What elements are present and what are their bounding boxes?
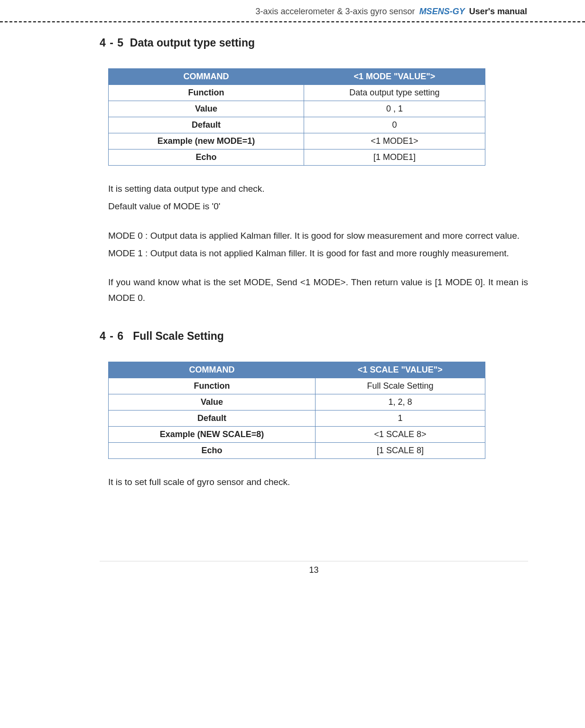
table-row: Default 0	[109, 117, 485, 133]
table-row: Example (NEW SCALE=8) <1 SCALE 8>	[109, 426, 485, 442]
row-label: Function	[109, 85, 304, 101]
row-label: Example (NEW SCALE=8)	[109, 426, 316, 442]
page-header: 3-axis accelerometer & 3-axis gyro senso…	[100, 7, 528, 17]
table-row: Example (new MODE=1) <1 MODE1>	[109, 133, 485, 149]
row-label: Default	[109, 410, 316, 426]
scale-table: COMMAND <1 SCALE "VALUE"> Function Full …	[108, 362, 485, 459]
row-label: Value	[109, 394, 316, 410]
row-value: 1	[315, 410, 485, 426]
section-4-5-body: It is setting data output type and check…	[108, 181, 528, 306]
row-value: <1 MODE1>	[304, 133, 485, 149]
header-manual-label: User's manual	[469, 7, 527, 16]
page: 3-axis accelerometer & 3-axis gyro senso…	[0, 0, 585, 589]
section-4-6-title: Full Scale Setting	[133, 330, 224, 342]
row-value: [1 MODE1]	[304, 149, 485, 166]
mode-command-table: COMMAND <1 MODE "VALUE"> Function Data o…	[108, 68, 485, 166]
row-value: [1 SCALE 8]	[315, 442, 485, 458]
table-row: Echo [1 SCALE 8]	[109, 442, 485, 458]
row-label: Default	[109, 117, 304, 133]
para-block: If you wand know what is the set MODE, S…	[108, 274, 528, 306]
row-value: 0 , 1	[304, 101, 485, 117]
section-4-6-body: It is to set full scale of gyro sensor a…	[108, 474, 528, 490]
row-value: 0	[304, 117, 485, 133]
table-row: Value 1, 2, 8	[109, 394, 485, 410]
header-command: COMMAND	[109, 362, 316, 378]
para-block: MODE 0 : Output data is applied Kalman f…	[108, 228, 528, 261]
row-value: <1 SCALE 8>	[315, 426, 485, 442]
para-block: It is to set full scale of gyro sensor a…	[108, 474, 528, 490]
row-label: Function	[109, 378, 316, 394]
section-4-6-heading: 4 - 6 Full Scale Setting	[100, 330, 528, 343]
paragraph: It is setting data output type and check…	[108, 181, 528, 196]
paragraph: It is to set full scale of gyro sensor a…	[108, 474, 528, 490]
paragraph: Default value of MODE is '0'	[108, 198, 528, 214]
table-header-row: COMMAND <1 MODE "VALUE">	[109, 69, 485, 85]
mode-table: COMMAND <1 MODE "VALUE"> Function Data o…	[108, 68, 485, 166]
footer-divider	[100, 561, 528, 561]
row-value: 1, 2, 8	[315, 394, 485, 410]
section-4-5-heading: 4 - 5 Data output type setting	[100, 37, 528, 49]
paragraph: MODE 0 : Output data is applied Kalman f…	[108, 228, 528, 243]
row-label: Echo	[109, 442, 316, 458]
table-row: Function Full Scale Setting	[109, 378, 485, 394]
header-syntax: <1 MODE "VALUE">	[304, 69, 485, 85]
para-block: It is setting data output type and check…	[108, 181, 528, 215]
header-syntax: <1 SCALE "VALUE">	[315, 362, 485, 378]
section-4-6-number: 4 - 6	[100, 330, 124, 342]
row-label: Value	[109, 101, 304, 117]
table-row: Echo [1 MODE1]	[109, 149, 485, 166]
scale-command-table: COMMAND <1 SCALE "VALUE"> Function Full …	[108, 362, 485, 459]
table-row: Default 1	[109, 410, 485, 426]
table-row: Value 0 , 1	[109, 101, 485, 117]
paragraph: MODE 1 : Output data is not applied Kalm…	[108, 245, 528, 261]
header-command: COMMAND	[109, 69, 304, 85]
header-divider	[0, 21, 585, 22]
table-header-row: COMMAND <1 SCALE "VALUE">	[109, 362, 485, 378]
row-label: Example (new MODE=1)	[109, 133, 304, 149]
section-4-5-number: 4 - 5	[100, 37, 124, 49]
row-value: Full Scale Setting	[315, 378, 485, 394]
header-product-name: MSENS-GY	[418, 7, 467, 16]
table-row: Function Data output type setting	[109, 85, 485, 101]
section-4-5-title: Data output type setting	[130, 37, 255, 49]
header-description: 3-axis accelerometer & 3-axis gyro senso…	[255, 7, 415, 16]
row-label: Echo	[109, 149, 304, 166]
page-number: 13	[100, 565, 528, 575]
row-value: Data output type setting	[304, 85, 485, 101]
paragraph: If you wand know what is the set MODE, S…	[108, 274, 528, 306]
